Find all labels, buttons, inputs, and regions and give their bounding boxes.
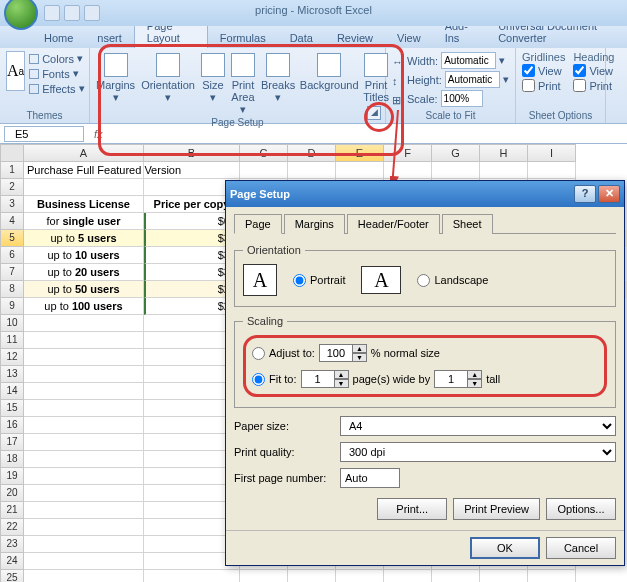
help-button[interactable]: ?: [574, 185, 596, 203]
row-header[interactable]: 18: [0, 451, 24, 468]
scale-input[interactable]: [441, 90, 483, 107]
row-header[interactable]: 1: [0, 162, 24, 179]
orientation-button[interactable]: Orientation▾: [141, 51, 195, 116]
cell[interactable]: [528, 570, 576, 582]
cell[interactable]: up to 5 users: [24, 230, 144, 247]
cell[interactable]: [336, 162, 384, 179]
row-header[interactable]: 20: [0, 485, 24, 502]
landscape-radio[interactable]: [417, 274, 430, 287]
row-header[interactable]: 24: [0, 553, 24, 570]
margins-button[interactable]: Margins▾: [96, 51, 135, 116]
cell[interactable]: [24, 485, 144, 502]
office-button[interactable]: [4, 0, 38, 30]
cell[interactable]: Business License: [24, 196, 144, 213]
adjust-to-input[interactable]: [319, 344, 353, 362]
spin-up-icon[interactable]: ▲: [335, 370, 349, 379]
portrait-radio[interactable]: [293, 274, 306, 287]
column-header-h[interactable]: H: [480, 144, 528, 162]
row-header[interactable]: 19: [0, 468, 24, 485]
row-header[interactable]: 11: [0, 332, 24, 349]
cell[interactable]: [24, 366, 144, 383]
fit-tall-input[interactable]: [434, 370, 468, 388]
adjust-to-radio[interactable]: [252, 347, 265, 360]
name-box[interactable]: E5: [4, 126, 84, 142]
fonts-button[interactable]: Fonts ▾: [29, 66, 84, 81]
cell[interactable]: [24, 417, 144, 434]
headings-print-checkbox[interactable]: [573, 79, 586, 92]
cell[interactable]: [384, 162, 432, 179]
column-header-a[interactable]: A: [24, 144, 144, 162]
cell[interactable]: [336, 570, 384, 582]
dtab-header-footer[interactable]: Header/Footer: [347, 214, 440, 234]
breaks-button[interactable]: Breaks▾: [261, 51, 295, 116]
cell[interactable]: [24, 315, 144, 332]
cell[interactable]: [288, 162, 336, 179]
options-button[interactable]: Options...: [546, 498, 616, 520]
row-header[interactable]: 3: [0, 196, 24, 213]
cell[interactable]: [480, 570, 528, 582]
cell[interactable]: [480, 162, 528, 179]
cell[interactable]: up to 50 users: [24, 281, 144, 298]
spin-down-icon[interactable]: ▼: [335, 379, 349, 388]
print-button[interactable]: Print...: [377, 498, 447, 520]
cell[interactable]: [24, 383, 144, 400]
column-header-e[interactable]: E: [336, 144, 384, 162]
cell[interactable]: [24, 179, 144, 196]
dtab-margins[interactable]: Margins: [284, 214, 345, 234]
cell[interactable]: up to 100 users: [24, 298, 144, 315]
cell[interactable]: [432, 162, 480, 179]
gridlines-print-checkbox[interactable]: [522, 79, 535, 92]
row-header[interactable]: 4: [0, 213, 24, 230]
height-input[interactable]: [445, 71, 500, 88]
column-header-d[interactable]: D: [288, 144, 336, 162]
tab-insert[interactable]: nsert: [85, 28, 133, 48]
ok-button[interactable]: OK: [470, 537, 540, 559]
row-header[interactable]: 2: [0, 179, 24, 196]
cell[interactable]: [24, 502, 144, 519]
cell[interactable]: [432, 570, 480, 582]
fit-to-radio[interactable]: [252, 373, 265, 386]
row-header[interactable]: 12: [0, 349, 24, 366]
row-header[interactable]: 22: [0, 519, 24, 536]
dtab-sheet[interactable]: Sheet: [442, 214, 493, 234]
row-header[interactable]: 13: [0, 366, 24, 383]
spin-down-icon[interactable]: ▼: [353, 353, 367, 362]
column-header-f[interactable]: F: [384, 144, 432, 162]
cell[interactable]: [24, 468, 144, 485]
cell[interactable]: [384, 570, 432, 582]
cell[interactable]: up to 20 users: [24, 264, 144, 281]
row-header[interactable]: 17: [0, 434, 24, 451]
gridlines-view-checkbox[interactable]: [522, 64, 535, 77]
row-header[interactable]: 6: [0, 247, 24, 264]
background-button[interactable]: Background: [301, 51, 357, 116]
tab-review[interactable]: Review: [325, 28, 385, 48]
cell[interactable]: [24, 519, 144, 536]
row-header[interactable]: 15: [0, 400, 24, 417]
colors-button[interactable]: Colors ▾: [29, 51, 84, 66]
tab-data[interactable]: Data: [278, 28, 325, 48]
cell[interactable]: [24, 434, 144, 451]
select-all-corner[interactable]: [0, 144, 24, 162]
print-preview-button[interactable]: Print Preview: [453, 498, 540, 520]
row-header[interactable]: 25: [0, 570, 24, 582]
row-header[interactable]: 23: [0, 536, 24, 553]
spin-up-icon[interactable]: ▲: [468, 370, 482, 379]
fx-icon[interactable]: fx: [94, 128, 103, 140]
tab-formulas[interactable]: Formulas: [208, 28, 278, 48]
cell[interactable]: [288, 570, 336, 582]
paper-size-select[interactable]: A4: [340, 416, 616, 436]
row-header[interactable]: 21: [0, 502, 24, 519]
row-header[interactable]: 9: [0, 298, 24, 315]
size-button[interactable]: Size▾: [201, 51, 225, 116]
row-header[interactable]: 7: [0, 264, 24, 281]
spin-down-icon[interactable]: ▼: [468, 379, 482, 388]
print-quality-select[interactable]: 300 dpi: [340, 442, 616, 462]
cell[interactable]: [24, 349, 144, 366]
tab-home[interactable]: Home: [32, 28, 85, 48]
tab-view[interactable]: View: [385, 28, 433, 48]
column-header-b[interactable]: B: [144, 144, 240, 162]
row-header[interactable]: 5: [0, 230, 24, 247]
cell[interactable]: [24, 400, 144, 417]
row-header[interactable]: 8: [0, 281, 24, 298]
fit-wide-input[interactable]: [301, 370, 335, 388]
